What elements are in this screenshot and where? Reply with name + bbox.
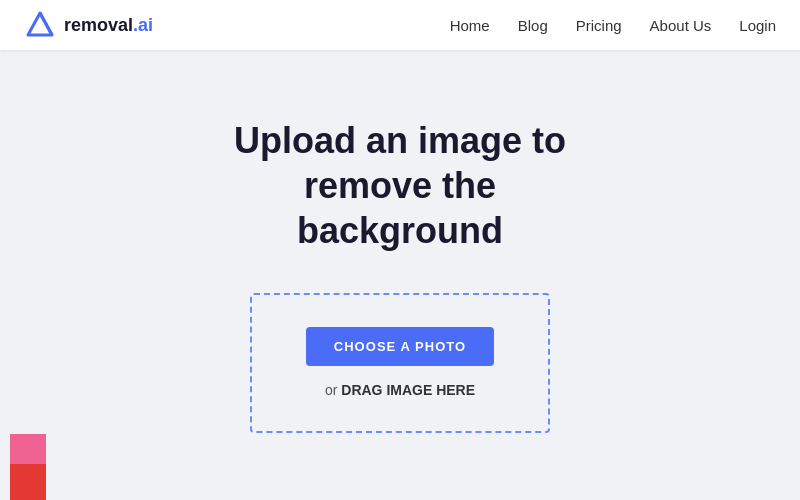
headline-line3: background [297,210,503,251]
nav-login[interactable]: Login [739,17,776,34]
logo-accent: .ai [133,15,153,35]
headline-line2: remove the [304,165,496,206]
logo-icon [24,9,56,41]
nav-pricing[interactable]: Pricing [576,17,622,34]
upload-dropzone[interactable]: CHOOSE A PHOTO or DRAG IMAGE HERE [250,293,550,433]
logo[interactable]: removal.ai [24,9,153,41]
choose-photo-button[interactable]: CHOOSE A PHOTO [306,327,495,366]
header: removal.ai Home Blog Pricing About Us Lo… [0,0,800,50]
main-content: Upload an image to remove the background… [0,50,800,500]
logo-brand: removal [64,15,133,35]
deco-square-red [10,464,46,500]
logo-text: removal.ai [64,15,153,36]
drag-label: DRAG IMAGE HERE [341,382,475,398]
nav-about[interactable]: About Us [650,17,712,34]
headline: Upload an image to remove the background [234,118,566,253]
nav-blog[interactable]: Blog [518,17,548,34]
drag-text: or DRAG IMAGE HERE [325,382,475,398]
headline-line1: Upload an image to [234,120,566,161]
drag-prefix: or [325,382,341,398]
nav-home[interactable]: Home [450,17,490,34]
navigation: Home Blog Pricing About Us Login [450,17,776,34]
